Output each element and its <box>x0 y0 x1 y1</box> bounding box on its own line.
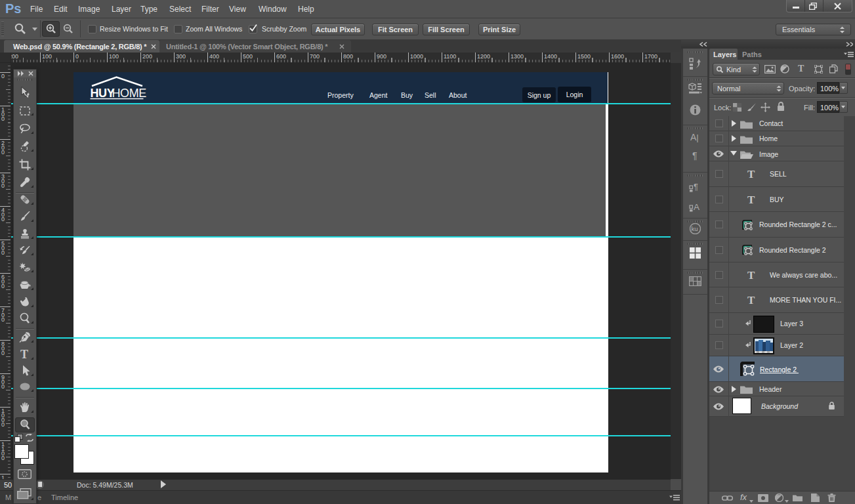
svg-text:HOME: HOME <box>112 87 147 100</box>
svg-text:ku: ku <box>692 225 698 232</box>
svg-text:¶: ¶ <box>694 182 698 192</box>
svg-text:A: A <box>694 202 699 212</box>
svg-text:HUY: HUY <box>91 87 115 100</box>
